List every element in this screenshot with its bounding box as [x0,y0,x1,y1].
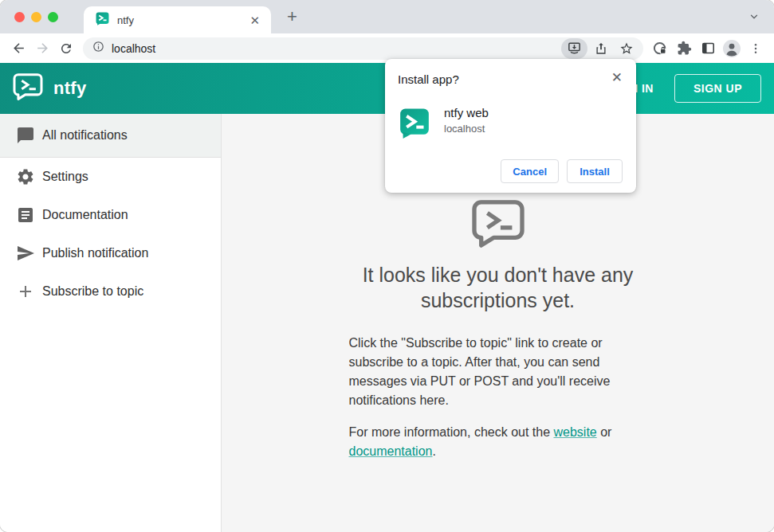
sidebar-item-documentation[interactable]: Documentation [0,196,221,234]
site-info-icon[interactable] [92,41,104,56]
sidebar-item-settings[interactable]: Settings [0,158,221,196]
sidebar-item-publish-notification[interactable]: Publish notification [0,234,221,272]
dialog-close-icon[interactable]: ✕ [608,68,626,88]
more-info-text: For more information, check out the [349,425,554,439]
gear-icon [16,167,35,186]
tab-strip: ntfy ✕ + [0,0,774,33]
password-manager-extension-icon[interactable] [648,37,672,61]
browser-toolbar: localhost [0,33,774,63]
extensions-puzzle-icon[interactable] [672,37,696,61]
zoom-window-button[interactable] [48,12,58,22]
cancel-button[interactable]: Cancel [501,159,559,183]
tab-favicon-ntfy-icon [96,12,109,29]
sidebar-item-label: All notifications [42,128,128,143]
sidebar-item-label: Settings [42,170,88,184]
ntfy-logo-large-icon [472,237,525,250]
install-app-name: ntfy web [444,106,489,119]
tab-search-chevron-icon[interactable] [748,11,760,25]
minimize-window-button[interactable] [31,12,41,22]
tab-title: ntfy [117,14,246,26]
url-text[interactable]: localhost [112,42,561,55]
documentation-link[interactable]: documentation [349,444,433,458]
install-dialog-title: Install app? [398,72,459,86]
tab-close-icon[interactable]: ✕ [246,13,263,28]
article-icon [16,205,35,225]
install-app-dialog: Install app? ✕ ntfy web localhost Cancel… [385,59,636,193]
empty-state-more-info: For more information, check out the webs… [349,423,647,461]
sidebar: All notifications Settings Documentation [0,114,222,532]
empty-state-paragraph: Click the "Subscribe to topic" link to c… [349,334,647,410]
profile-avatar[interactable] [720,37,744,61]
plus-icon [16,282,35,301]
sign-up-button[interactable]: SIGN UP [674,74,761,103]
browser-menu-kebab-icon[interactable] [744,37,768,61]
forward-button[interactable] [30,37,54,61]
bookmark-star-icon[interactable] [615,37,638,61]
reload-button[interactable] [54,37,78,61]
install-app-origin: localhost [444,123,485,135]
more-info-text: or [597,425,612,439]
empty-state: It looks like you don't have any subscri… [323,200,674,461]
sidebar-item-label: Publish notification [42,246,148,260]
address-bar[interactable]: localhost [83,37,643,60]
ntfy-app-icon [399,108,430,142]
close-window-button[interactable] [14,12,25,22]
empty-state-heading: It looks like you don't have any subscri… [323,262,674,313]
brand-title: ntfy [53,78,87,99]
new-tab-button[interactable]: + [282,8,302,25]
back-button[interactable] [6,37,30,61]
ntfy-logo-icon [13,73,43,104]
share-icon[interactable] [589,37,613,61]
browser-tab-ntfy[interactable]: ntfy ✕ [84,6,271,33]
sidebar-item-subscribe-to-topic[interactable]: Subscribe to topic [0,272,221,311]
install-button[interactable]: Install [567,159,623,183]
sidebar-item-label: Subscribe to topic [42,284,143,299]
sidebar-item-all-notifications[interactable]: All notifications [0,114,221,157]
macos-window-controls [14,12,58,22]
website-link[interactable]: website [554,425,597,439]
side-panel-icon[interactable] [696,37,720,61]
sidebar-item-label: Documentation [42,208,128,222]
more-info-text: . [432,444,435,458]
install-app-button[interactable] [561,38,587,59]
chat-bubble-icon [16,126,35,145]
browser-window: ntfy ✕ + localhost [0,0,774,532]
send-icon [16,244,35,263]
